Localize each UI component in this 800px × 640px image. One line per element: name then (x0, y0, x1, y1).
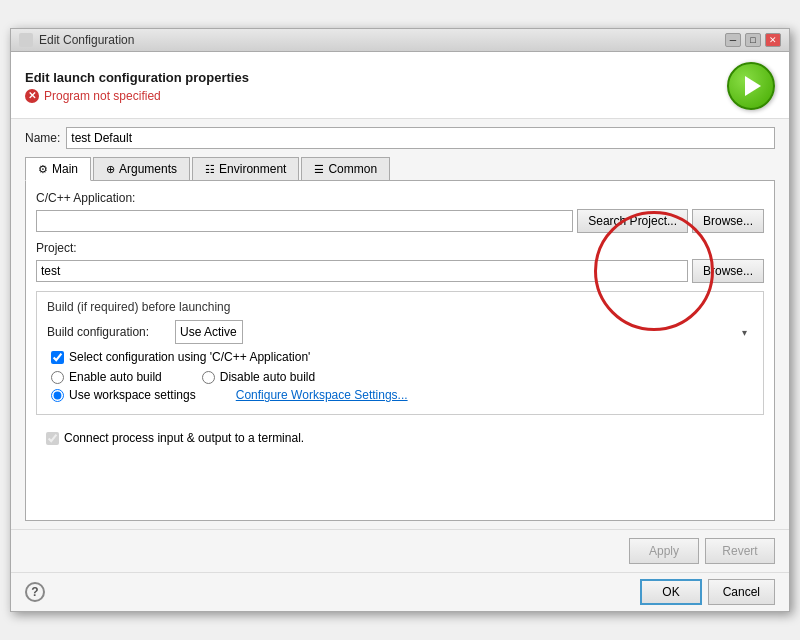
project-label: Project: (36, 241, 764, 255)
apply-revert-footer: Apply Revert (11, 529, 789, 572)
cancel-button[interactable]: Cancel (708, 579, 775, 605)
cpp-app-input[interactable] (36, 210, 573, 232)
connect-section: Connect process input & output to a term… (36, 425, 764, 457)
build-section: Build (if required) before launching Bui… (36, 291, 764, 415)
tab-common[interactable]: ☰ Common (301, 157, 390, 180)
environment-tab-icon: ☷ (205, 163, 215, 176)
close-button[interactable]: ✕ (765, 33, 781, 47)
build-section-title: Build (if required) before launching (47, 300, 753, 314)
minimize-button[interactable]: ─ (725, 33, 741, 47)
help-button[interactable]: ? (25, 582, 45, 602)
project-input[interactable] (36, 260, 688, 282)
tab-environment-label: Environment (219, 162, 286, 176)
build-config-select-wrapper: Use Active (175, 320, 753, 344)
connect-checkbox-row: Connect process input & output to a term… (42, 431, 758, 445)
main-tab-icon: ⚙ (38, 163, 48, 176)
name-label: Name: (25, 131, 60, 145)
tab-main-label: Main (52, 162, 78, 176)
tab-common-label: Common (328, 162, 377, 176)
run-icon (745, 76, 761, 96)
connect-checkbox[interactable] (46, 432, 59, 445)
connect-label: Connect process input & output to a term… (64, 431, 304, 445)
run-button[interactable] (727, 62, 775, 110)
cpp-app-row: Search Project... Browse... (36, 209, 764, 233)
use-workspace-radio[interactable] (51, 389, 64, 402)
build-config-row: Build configuration: Use Active (47, 320, 753, 344)
select-config-label: Select configuration using 'C/C++ Applic… (69, 350, 310, 364)
arguments-tab-icon: ⊕ (106, 163, 115, 176)
build-config-select[interactable]: Use Active (175, 320, 243, 344)
error-icon: ✕ (25, 89, 39, 103)
tab-environment[interactable]: ☷ Environment (192, 157, 299, 180)
window-controls: ─ □ ✕ (725, 33, 781, 47)
browse-button-1[interactable]: Browse... (692, 209, 764, 233)
tab-arguments-label: Arguments (119, 162, 177, 176)
tabs-bar: ⚙ Main ⊕ Arguments ☷ Environment ☰ Commo… (25, 157, 775, 181)
revert-button[interactable]: Revert (705, 538, 775, 564)
disable-auto-build-row: Disable auto build (202, 370, 315, 384)
dialog-icon (19, 33, 33, 47)
disable-auto-build-radio[interactable] (202, 371, 215, 384)
enable-auto-build-label: Enable auto build (69, 370, 162, 384)
enable-auto-build-row: Enable auto build (51, 370, 162, 384)
error-message: ✕ Program not specified (25, 89, 249, 103)
project-row: Browse... (36, 259, 764, 283)
maximize-button[interactable]: □ (745, 33, 761, 47)
search-project-button[interactable]: Search Project... (577, 209, 688, 233)
header-title: Edit launch configuration properties (25, 70, 249, 85)
name-input[interactable] (66, 127, 775, 149)
enable-auto-build-radio[interactable] (51, 371, 64, 384)
common-tab-icon: ☰ (314, 163, 324, 176)
tab-main[interactable]: ⚙ Main (25, 157, 91, 181)
dialog-body: Name: ⚙ Main ⊕ Arguments ☷ Environment ☰… (11, 119, 789, 529)
edit-configuration-dialog: Edit Configuration ─ □ ✕ Edit launch con… (10, 28, 790, 612)
configure-workspace-row: Configure Workspace Settings... (236, 388, 408, 402)
use-workspace-label: Use workspace settings (69, 388, 196, 402)
browse-button-2[interactable]: Browse... (692, 259, 764, 283)
build-config-label: Build configuration: (47, 325, 167, 339)
apply-button[interactable]: Apply (629, 538, 699, 564)
use-workspace-row: Use workspace settings (51, 388, 196, 402)
tab-arguments[interactable]: ⊕ Arguments (93, 157, 190, 180)
configure-workspace-link[interactable]: Configure Workspace Settings... (236, 388, 408, 402)
name-row: Name: (25, 127, 775, 149)
disable-auto-build-label: Disable auto build (220, 370, 315, 384)
cpp-app-label: C/C++ Application: (36, 191, 764, 205)
select-config-row: Select configuration using 'C/C++ Applic… (47, 350, 753, 364)
ok-cancel-footer: ? OK Cancel (11, 572, 789, 611)
title-bar-text: Edit Configuration (39, 33, 134, 47)
select-config-checkbox[interactable] (51, 351, 64, 364)
error-text: Program not specified (44, 89, 161, 103)
tab-content-main: C/C++ Application: Search Project... Bro… (25, 181, 775, 521)
dialog-header: Edit launch configuration properties ✕ P… (11, 52, 789, 119)
workspace-settings-section: Use workspace settings Configure Workspa… (47, 388, 753, 402)
auto-build-radio-section: Enable auto build Disable auto build (47, 370, 753, 384)
ok-button[interactable]: OK (640, 579, 701, 605)
title-bar: Edit Configuration ─ □ ✕ (11, 29, 789, 52)
